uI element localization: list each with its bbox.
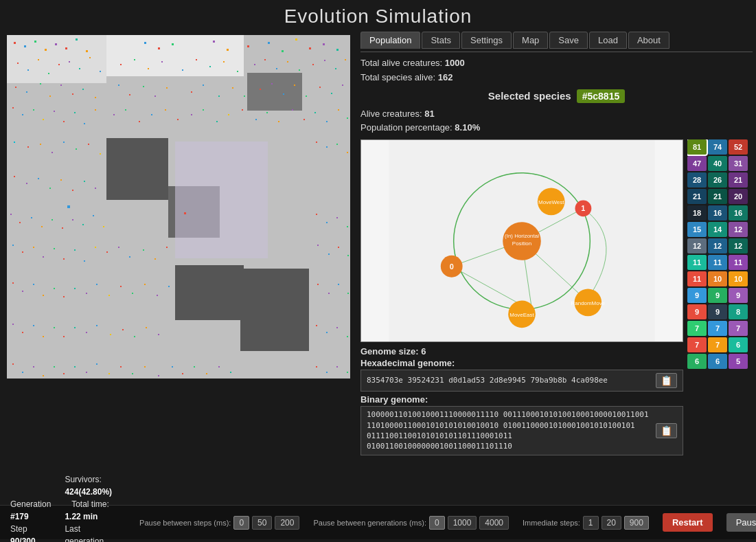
species-cell[interactable]: 7: [708, 337, 727, 352]
species-cell[interactable]: 74: [708, 139, 727, 155]
species-cell[interactable]: 47: [687, 156, 707, 171]
svg-rect-165: [347, 255, 349, 256]
pause-gens-0[interactable]: 0: [429, 516, 445, 530]
tab-settings[interactable]: Settings: [461, 32, 512, 49]
species-cell[interactable]: 7: [687, 337, 707, 352]
svg-rect-116: [76, 148, 77, 150]
species-cell[interactable]: 8: [729, 304, 748, 319]
species-cell[interactable]: 28: [687, 172, 707, 188]
species-row: 777: [687, 321, 753, 336]
tab-stats[interactable]: Stats: [422, 32, 460, 49]
species-cell[interactable]: 21: [708, 189, 727, 204]
tab-save[interactable]: Save: [549, 32, 588, 49]
species-cell[interactable]: 20: [729, 189, 748, 204]
species-cell[interactable]: 9: [687, 288, 707, 303]
species-cell[interactable]: 52: [729, 139, 748, 155]
svg-rect-204: [22, 372, 23, 373]
svg-rect-82: [12, 107, 14, 109]
svg-rect-176: [120, 286, 122, 287]
species-cell[interactable]: 7: [729, 321, 748, 336]
species-cell[interactable]: 11: [729, 255, 748, 270]
svg-rect-118: [100, 153, 101, 155]
svg-rect-53: [324, 60, 325, 61]
tab-map[interactable]: Map: [513, 32, 548, 49]
species-cell[interactable]: 9: [708, 288, 727, 303]
svg-rect-152: [63, 258, 65, 260]
svg-rect-197: [146, 327, 147, 328]
svg-rect-107: [314, 112, 316, 113]
pause-steps-0[interactable]: 0: [233, 516, 249, 530]
species-cell[interactable]: 40: [708, 156, 727, 171]
svg-rect-156: [106, 251, 108, 253]
species-cell[interactable]: 9: [687, 304, 707, 319]
tab-about[interactable]: About: [628, 32, 669, 49]
binary-genome-value: 10000011010010001110000011110 0011100010…: [360, 406, 683, 455]
pause-gens-4000[interactable]: 4000: [479, 516, 509, 530]
species-cell[interactable]: 18: [687, 205, 707, 221]
copy-hex-button[interactable]: 📋: [656, 373, 677, 388]
svg-rect-119: [316, 142, 317, 143]
species-cell[interactable]: 11: [687, 271, 707, 286]
species-cell[interactable]: 10: [708, 271, 727, 286]
tab-population[interactable]: Population: [360, 32, 420, 49]
svg-rect-30: [27, 69, 29, 71]
immediate-1[interactable]: 1: [583, 516, 599, 530]
species-cell[interactable]: 81: [687, 139, 707, 155]
species-cell[interactable]: 7: [687, 321, 707, 336]
species-cell[interactable]: 21: [687, 189, 707, 204]
svg-rect-14: [65, 47, 67, 49]
species-cell[interactable]: 15: [687, 222, 707, 237]
species-cell[interactable]: 12: [729, 238, 748, 253]
species-cell[interactable]: 16: [729, 205, 748, 221]
species-cell[interactable]: 7: [708, 321, 727, 336]
species-cell[interactable]: 12: [687, 238, 707, 253]
species-cell[interactable]: 26: [708, 172, 727, 188]
species-cell[interactable]: 10: [729, 271, 748, 286]
species-cell[interactable]: 6: [687, 354, 707, 369]
species-cell[interactable]: 11: [687, 255, 707, 270]
species-cell[interactable]: 5: [729, 354, 748, 369]
svg-rect-225: [336, 366, 338, 368]
svg-rect-70: [203, 84, 204, 86]
svg-rect-102: [255, 119, 257, 120]
tab-load[interactable]: Load: [589, 32, 627, 49]
species-cell[interactable]: 6: [729, 337, 748, 352]
pause-steps-200[interactable]: 200: [275, 516, 299, 530]
svg-rect-222: [230, 372, 231, 373]
svg-text:0: 0: [450, 262, 454, 271]
species-cell[interactable]: 11: [708, 255, 727, 270]
species-cell[interactable]: 12: [708, 238, 727, 253]
species-cell[interactable]: 12: [729, 222, 748, 237]
pause-button[interactable]: Pause: [726, 513, 756, 532]
svg-rect-39: [134, 59, 135, 60]
svg-rect-122: [347, 152, 348, 153]
svg-rect-73: [244, 95, 245, 97]
svg-rect-6: [7, 35, 106, 83]
species-cell[interactable]: 21: [729, 172, 748, 188]
svg-rect-211: [96, 363, 98, 365]
svg-rect-217: [172, 366, 173, 368]
pause-steps-50[interactable]: 50: [252, 516, 272, 530]
svg-rect-24: [282, 50, 284, 52]
svg-rect-209: [74, 366, 76, 368]
pause-gens-1000[interactable]: 1000: [448, 516, 477, 530]
svg-rect-160: [154, 258, 156, 260]
svg-rect-33: [58, 64, 60, 65]
species-cell[interactable]: 14: [708, 222, 727, 237]
svg-rect-200: [326, 332, 328, 333]
svg-rect-93: [139, 121, 140, 122]
svg-rect-182: [328, 293, 330, 294]
pause-steps-label: Pause between steps (ms):: [139, 519, 231, 527]
restart-button[interactable]: Restart: [663, 513, 713, 532]
species-cell[interactable]: 31: [729, 156, 748, 171]
svg-text:(In) Horizontal: (In) Horizontal: [505, 233, 539, 239]
svg-rect-7: [175, 142, 268, 258]
species-cell[interactable]: 9: [729, 288, 748, 303]
copy-binary-button[interactable]: 📋: [656, 423, 677, 438]
immediate-20[interactable]: 20: [602, 516, 621, 530]
species-cell[interactable]: 16: [708, 205, 727, 221]
species-cell[interactable]: 6: [708, 354, 727, 369]
species-list: 8174524740312826212121201816161514121212…: [687, 139, 753, 407]
species-cell[interactable]: 9: [708, 304, 727, 319]
immediate-900[interactable]: 900: [624, 516, 649, 530]
